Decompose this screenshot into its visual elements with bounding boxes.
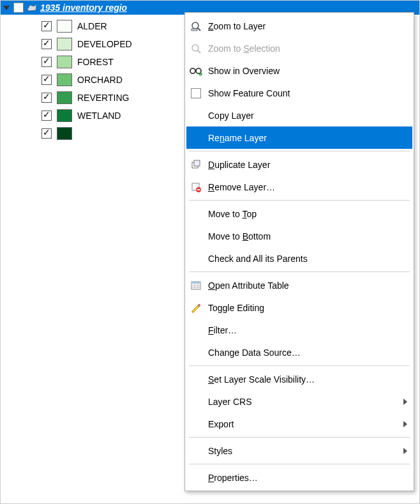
layer-context-menu: Zoom to LayerZoom to Selection+Show in O… xyxy=(184,12,414,491)
menu-filter[interactable]: Filter… xyxy=(186,319,412,341)
menu-item-label: Export xyxy=(208,419,398,429)
legend-checkbox[interactable] xyxy=(41,39,52,49)
legend-label: ORCHARD xyxy=(77,75,123,85)
legend-swatch xyxy=(57,73,72,86)
menu-item-label: Set Layer Scale Visibility… xyxy=(208,374,407,385)
blank-icon xyxy=(189,346,203,360)
menu-item-label: Zoom to Layer xyxy=(208,21,407,31)
menu-item-label: Move to Top xyxy=(208,209,407,219)
menu-remove-layer[interactable]: Remove Layer… xyxy=(186,176,412,198)
menu-zoom-to-selection: Zoom to Selection xyxy=(186,37,412,59)
legend-label: ALDER xyxy=(77,21,107,31)
menu-zoom-to-layer[interactable]: Zoom to Layer xyxy=(186,15,412,37)
menu-layer-crs[interactable]: Layer CRS xyxy=(186,390,412,413)
svg-rect-14 xyxy=(197,189,200,190)
legend-checkbox[interactable] xyxy=(41,93,52,103)
menu-item-label: Filter… xyxy=(208,325,407,335)
menu-toggle-editing[interactable]: Toggle Editing xyxy=(186,296,412,319)
menu-item-label: Zoom to Selection xyxy=(208,43,407,54)
expand-toggle-icon[interactable] xyxy=(3,6,10,10)
checkbox-icon xyxy=(189,86,203,100)
menu-item-label: Move to Bottom xyxy=(208,231,407,241)
layer-title[interactable]: 1935 inventory regio xyxy=(40,3,127,13)
zoom-layer-icon xyxy=(189,19,203,33)
menu-properties[interactable]: Properties… xyxy=(186,466,412,489)
menu-item-label: Change Data Source… xyxy=(208,347,407,358)
legend-label: FOREST xyxy=(77,57,114,67)
menu-separator xyxy=(189,437,410,438)
svg-point-3 xyxy=(192,45,199,51)
blank-icon xyxy=(189,323,203,337)
menu-styles[interactable]: Styles xyxy=(186,439,412,462)
pencil-icon xyxy=(189,301,203,315)
svg-point-5 xyxy=(190,68,195,73)
menu-item-label: Properties… xyxy=(208,473,407,483)
legend-checkbox[interactable] xyxy=(41,75,52,85)
menu-change-data-source[interactable]: Change Data Source… xyxy=(186,341,412,363)
svg-rect-11 xyxy=(194,160,200,166)
menu-separator xyxy=(189,271,410,272)
menu-item-label: Copy Layer xyxy=(208,111,407,121)
submenu-arrow-icon xyxy=(403,448,407,454)
legend-swatch xyxy=(57,109,72,122)
blank-icon xyxy=(189,444,203,458)
legend-swatch xyxy=(57,56,72,68)
menu-separator xyxy=(189,200,410,201)
menu-open-attribute-table[interactable]: Open Attribute Table xyxy=(186,274,412,296)
menu-show-feature-count[interactable]: Show Feature Count xyxy=(186,82,412,104)
menu-separator xyxy=(189,151,410,151)
zoom-selection-icon xyxy=(189,42,203,56)
legend-checkbox[interactable] xyxy=(41,111,52,121)
menu-move-to-top[interactable]: Move to Top xyxy=(186,202,412,225)
submenu-arrow-icon xyxy=(403,421,407,427)
menu-item-label: Show in Overview xyxy=(208,66,407,76)
legend-swatch xyxy=(57,38,72,50)
menu-separator xyxy=(189,365,410,366)
blank-icon xyxy=(189,417,203,431)
blank-icon xyxy=(189,372,203,386)
legend-checkbox[interactable] xyxy=(41,21,52,31)
submenu-arrow-icon xyxy=(403,399,407,405)
duplicate-icon xyxy=(189,158,203,172)
menu-item-label: Open Attribute Table xyxy=(208,280,407,291)
legend-label: DEVELOPED xyxy=(77,39,132,49)
legend-checkbox[interactable] xyxy=(41,128,52,139)
legend-swatch xyxy=(57,91,72,104)
svg-line-1 xyxy=(198,28,200,31)
svg-rect-16 xyxy=(191,282,200,284)
layer-visibility-checkbox[interactable] xyxy=(13,3,24,13)
table-icon xyxy=(189,279,203,293)
blank-icon xyxy=(189,471,203,485)
menu-item-label: Layer CRS xyxy=(208,397,398,407)
menu-set-scale-visibility[interactable]: Set Layer Scale Visibility… xyxy=(186,368,412,390)
blank-icon xyxy=(189,395,203,409)
polygon-layer-icon xyxy=(26,3,38,13)
menu-item-label: Remove Layer… xyxy=(208,182,407,192)
blank-icon xyxy=(189,131,203,145)
blank-icon xyxy=(189,109,203,123)
menu-item-label: Show Feature Count xyxy=(208,88,407,98)
menu-item-label: Rename Layer xyxy=(208,133,407,143)
menu-rename-layer[interactable]: Rename Layer xyxy=(186,126,412,149)
svg-point-0 xyxy=(192,22,199,29)
menu-item-label: Duplicate Layer xyxy=(208,160,407,170)
menu-duplicate-layer[interactable]: Duplicate Layer xyxy=(186,153,412,176)
legend-swatch xyxy=(57,127,72,140)
legend-label: WETLAND xyxy=(77,111,121,121)
menu-check-parents[interactable]: Check and All its Parents xyxy=(186,247,412,270)
legend-label: REVERTING xyxy=(77,93,129,103)
legend-swatch xyxy=(57,20,72,33)
blank-icon xyxy=(189,207,203,221)
legend-checkbox[interactable] xyxy=(41,57,52,67)
menu-export[interactable]: Export xyxy=(186,413,412,435)
remove-icon xyxy=(189,180,203,194)
blank-icon xyxy=(189,229,203,243)
svg-rect-2 xyxy=(191,29,197,31)
menu-copy-layer[interactable]: Copy Layer xyxy=(186,104,412,126)
menu-item-label: Styles xyxy=(208,446,398,456)
overview-icon: + xyxy=(189,64,203,78)
menu-item-label: Check and All its Parents xyxy=(208,254,407,264)
svg-line-4 xyxy=(198,50,200,53)
menu-show-in-overview[interactable]: +Show in Overview xyxy=(186,59,412,82)
menu-move-to-bottom[interactable]: Move to Bottom xyxy=(186,225,412,247)
